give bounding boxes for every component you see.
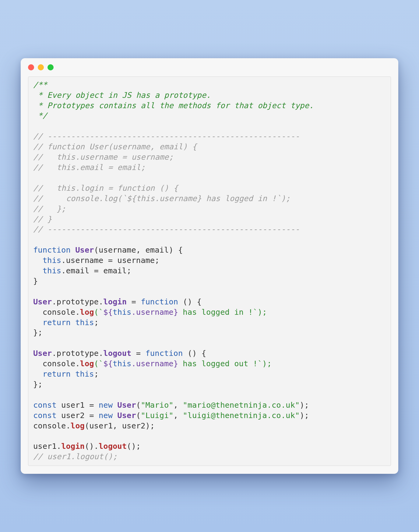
code-text: }; (33, 380, 43, 389)
code-text: , (174, 411, 183, 420)
template-expr: } (174, 359, 178, 368)
string-literal: "Mario" (141, 400, 173, 410)
code-text: .prototype. (52, 297, 103, 306)
code-text: console. (33, 359, 80, 368)
string-literal: `); (258, 359, 272, 368)
code-text: (username, email) { (94, 245, 183, 254)
code-text: ); (300, 411, 309, 420)
keyword-return: return (43, 318, 71, 327)
keyword-this: this (113, 359, 131, 368)
string-literal: (` (94, 307, 104, 317)
comment-line: // } (33, 215, 52, 224)
zoom-icon[interactable] (48, 64, 54, 70)
code-text: ( (136, 400, 141, 410)
comment-line: // -------------------------------------… (33, 132, 300, 141)
comment-line: // -------------------------------------… (33, 225, 300, 234)
comment-line: // this.email = email; (33, 163, 145, 172)
code-text: .prototype. (52, 349, 103, 358)
code-text (71, 245, 75, 254)
code-text: user2 = (57, 411, 99, 420)
keyword-this: this (75, 369, 94, 378)
code-text: = (127, 297, 141, 306)
method-name: logout (103, 349, 131, 358)
keyword-new: new (99, 411, 113, 420)
keyword-return: return (43, 369, 71, 378)
minimize-icon[interactable] (38, 64, 44, 70)
code-text: ( (136, 411, 141, 420)
code-text: ; (94, 318, 99, 327)
comment-line: // this.login = function () { (33, 183, 178, 193)
comment-line: // }; (33, 204, 66, 213)
keyword-function: function (141, 297, 178, 306)
code-text: user1 = (57, 400, 99, 410)
code-text: ; (94, 369, 99, 378)
template-expr: } (174, 307, 178, 317)
method-call: log (80, 359, 94, 368)
keyword-this: this (113, 307, 131, 317)
code-text: }; (33, 328, 43, 337)
code-text: console. (33, 421, 71, 430)
comment-line: // user1.logout(); (33, 452, 117, 461)
code-text (33, 256, 43, 265)
keyword-const: const (33, 400, 57, 410)
string-literal: "mario@thenetninja.co.uk" (183, 400, 300, 410)
comment-line: // this.username = username; (33, 152, 174, 161)
method-call: logout (99, 442, 127, 451)
method-call: log (80, 307, 94, 317)
comment-line: // function User(username, email) { (33, 142, 197, 151)
keyword-function: function (33, 245, 71, 254)
code-text (33, 318, 43, 327)
class-name: User (117, 400, 136, 410)
close-icon[interactable] (28, 64, 34, 70)
class-name: User (33, 349, 52, 358)
code-text (33, 266, 43, 275)
method-call: login (61, 442, 85, 451)
code-text: ); (300, 400, 309, 410)
doc-comment: /** (33, 80, 47, 89)
code-text: } (33, 276, 38, 286)
keyword-new: new (99, 400, 113, 410)
keyword-this: this (75, 318, 94, 327)
method-call: log (71, 421, 85, 430)
code-text: .email = email; (61, 266, 131, 275)
string-literal: "luigi@thenetninja.co.uk" (183, 411, 300, 420)
code-block: /** * Every object in JS has a prototype… (33, 80, 386, 462)
code-text (71, 369, 75, 378)
method-name: login (103, 297, 127, 306)
titlebar (21, 58, 398, 76)
code-text: (). (85, 442, 99, 451)
code-text: = (131, 349, 145, 358)
class-name: User (117, 411, 136, 420)
keyword-this: this (43, 266, 61, 275)
keyword-const: const (33, 411, 57, 420)
string-literal: `); (253, 307, 267, 317)
code-text: .username = username; (61, 256, 159, 265)
keyword-function: function (146, 349, 183, 358)
code-frame: /** * Every object in JS has a prototype… (28, 76, 391, 466)
code-text: (user1, user2); (85, 421, 155, 430)
code-text (71, 318, 75, 327)
code-text: () { (178, 297, 202, 306)
template-expr: ${ (103, 359, 113, 368)
string-literal: has logged in ! (178, 307, 253, 317)
code-text: () { (183, 349, 206, 358)
template-expr: .username (131, 307, 173, 317)
code-text: (); (127, 442, 141, 451)
code-window: /** * Every object in JS has a prototype… (21, 58, 398, 474)
function-name: User (75, 245, 94, 254)
class-name: User (33, 297, 52, 306)
code-text: user1. (33, 442, 61, 451)
string-literal: "Luigi" (141, 411, 173, 420)
keyword-this: this (43, 256, 61, 265)
doc-comment: * Prototypes contains all the methods fo… (33, 101, 314, 110)
doc-comment: */ (33, 111, 47, 120)
doc-comment: * Every object in JS has a prototype. (33, 90, 211, 100)
code-text (33, 369, 43, 378)
code-text (113, 400, 117, 410)
string-literal: (` (94, 359, 104, 368)
code-text (113, 411, 117, 420)
code-text: console. (33, 307, 80, 317)
code-text: , (174, 400, 183, 410)
template-expr: ${ (103, 307, 113, 317)
comment-line: // console.log(`${this.username} has log… (33, 194, 290, 203)
